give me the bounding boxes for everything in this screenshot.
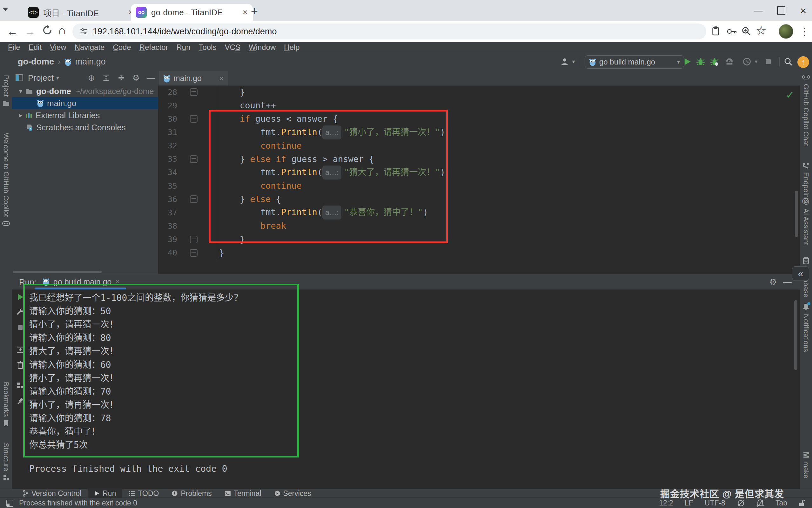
gutter[interactable]: 35 xyxy=(158,179,216,193)
fold-marker-icon[interactable] xyxy=(190,155,197,163)
notifications-muted-icon[interactable] xyxy=(757,499,764,507)
menu-item-help[interactable]: Help xyxy=(280,43,304,52)
tab-close-icon[interactable]: × xyxy=(242,7,248,17)
bookmark-star-icon[interactable]: ☆ xyxy=(756,24,767,38)
menu-item-run[interactable]: Run xyxy=(172,43,195,52)
gutter[interactable]: 30 xyxy=(158,112,216,126)
toolwindow-services[interactable]: Services xyxy=(268,489,318,498)
gutter[interactable]: 28 xyxy=(158,85,216,99)
browser-menu-icon[interactable]: ⋮ xyxy=(800,26,810,38)
close-button[interactable]: × xyxy=(800,4,806,17)
code-line-28[interactable]: 28 } xyxy=(158,85,800,99)
chevron-expanded-icon[interactable]: ▾ xyxy=(16,87,26,95)
stripe-item-make[interactable]: M make xyxy=(800,452,812,478)
menu-item-code[interactable]: Code xyxy=(108,43,135,52)
caret-position[interactable]: 12:2 xyxy=(659,499,673,507)
url-text[interactable]: 192.168.101.144/ide/web/coding/go-dome/d… xyxy=(93,27,277,37)
toolwindow-version-control[interactable]: Version Control xyxy=(16,489,88,498)
fold-marker-icon[interactable] xyxy=(190,88,197,96)
menu-item-refactor[interactable]: Refactor xyxy=(135,43,172,52)
collapse-stripe-button[interactable]: « xyxy=(792,266,809,281)
clipboard-icon[interactable] xyxy=(711,26,721,36)
browser-tab-1[interactable]: <t> 项目 - TitanIDE × xyxy=(23,4,138,21)
console-scrollbar[interactable] xyxy=(794,300,798,370)
home-icon[interactable]: ⌂ xyxy=(58,24,66,37)
forward-icon[interactable]: → xyxy=(25,26,36,38)
zoom-icon[interactable] xyxy=(741,26,751,36)
toolwindow-problems[interactable]: Problems xyxy=(165,489,218,498)
tree-row-external-libraries[interactable]: ▸ External Libraries xyxy=(12,109,158,121)
tab-search-icon[interactable] xyxy=(3,8,8,11)
locate-icon[interactable]: ⊕ xyxy=(88,73,95,83)
site-settings-icon[interactable] xyxy=(79,27,88,36)
gutter[interactable]: 39 xyxy=(158,233,216,246)
maximize-button[interactable] xyxy=(777,6,785,14)
search-everywhere-icon[interactable] xyxy=(782,56,794,67)
inspection-ok-icon[interactable]: ✓ xyxy=(786,89,794,101)
stripe-item-notifications[interactable]: Notifications xyxy=(800,303,812,352)
stripe-item-ai-assistant[interactable]: @ AI Assistant xyxy=(800,198,812,245)
gutter[interactable]: 32 xyxy=(158,139,216,153)
line-separator[interactable]: LF xyxy=(685,499,693,507)
user-icon[interactable] xyxy=(559,56,570,67)
highlighting-level-icon[interactable] xyxy=(737,499,745,507)
profile-avatar[interactable] xyxy=(779,24,793,39)
stripe-item-bookmarks[interactable]: Bookmarks xyxy=(0,382,12,427)
menu-item-edit[interactable]: Edit xyxy=(25,43,46,52)
fold-marker-icon[interactable] xyxy=(190,236,197,243)
gutter[interactable]: 29 xyxy=(158,99,216,112)
run-with-coverage-button[interactable] xyxy=(709,56,720,67)
expand-all-icon[interactable] xyxy=(102,74,110,82)
gutter[interactable]: 40 xyxy=(158,246,216,260)
stripe-item-copilot-welcome[interactable]: Welcome to GitHub Copilot xyxy=(0,133,12,227)
toolwindow-todo[interactable]: TODO xyxy=(122,489,165,498)
browser-tab-2[interactable]: GO go-dome - TitanIDE × xyxy=(131,4,253,21)
menu-item-window[interactable]: Window xyxy=(244,43,280,52)
stripe-item-project[interactable]: Project xyxy=(0,75,12,106)
indent-style[interactable]: Tab xyxy=(775,499,787,507)
toolwindow-run[interactable]: Run xyxy=(88,489,122,498)
menu-item-view[interactable]: View xyxy=(46,43,71,52)
gutter[interactable]: 37 xyxy=(158,206,216,219)
chevron-down-icon[interactable]: ▾ xyxy=(570,56,577,67)
run-button[interactable] xyxy=(681,56,693,67)
fold-marker-icon[interactable] xyxy=(190,115,197,123)
tree-row-scratches[interactable]: Scratches and Consoles xyxy=(12,121,158,133)
chevron-collapsed-icon[interactable]: ▸ xyxy=(16,111,26,120)
menu-item-tools[interactable]: Tools xyxy=(195,43,221,52)
tool-window-switcher-icon[interactable] xyxy=(6,500,13,507)
collapse-all-icon[interactable] xyxy=(117,74,126,82)
tree-root-name[interactable]: go-dome xyxy=(36,86,71,96)
menu-item-file[interactable]: File xyxy=(4,43,25,52)
profiler-button[interactable] xyxy=(724,56,735,67)
gutter[interactable]: 38 xyxy=(158,219,216,232)
gutter[interactable]: 36 xyxy=(158,193,216,206)
gutter[interactable]: 34 xyxy=(158,166,216,179)
menu-item-navigate[interactable]: Navigate xyxy=(71,43,109,52)
horizontal-scrollbar[interactable] xyxy=(13,271,102,273)
fold-marker-icon[interactable] xyxy=(190,196,197,203)
address-bar[interactable]: 192.168.101.144/ide/web/coding/go-dome/d… xyxy=(73,24,706,39)
tree-item-name[interactable]: Scratches and Consoles xyxy=(36,123,126,132)
new-tab-button[interactable]: + xyxy=(251,4,258,18)
stripe-item-copilot-chat[interactable]: GitHub Copilot Chat xyxy=(800,74,812,146)
run-with-profiler-clock-icon[interactable] xyxy=(741,56,753,67)
password-key-icon[interactable] xyxy=(727,27,737,36)
settings-gear-icon[interactable]: ⚙ xyxy=(769,277,777,287)
project-panel-title[interactable]: Project xyxy=(28,73,54,83)
stripe-item-structure[interactable]: Structure xyxy=(0,443,12,481)
editor-scrollbar[interactable] xyxy=(795,190,798,237)
settings-gear-icon[interactable]: ⚙ xyxy=(132,73,140,83)
chevron-down-icon[interactable]: ▾ xyxy=(56,74,59,81)
gutter[interactable]: 31 xyxy=(158,126,216,139)
hide-panel-icon[interactable]: — xyxy=(783,277,792,287)
tab-close-icon[interactable]: × xyxy=(219,74,224,83)
chevron-down-icon[interactable]: ▾ xyxy=(753,56,760,67)
breadcrumb-project[interactable]: go-dome xyxy=(18,57,54,67)
minimize-button[interactable]: — xyxy=(754,5,762,15)
fold-marker-icon[interactable] xyxy=(190,249,197,257)
code-line-40[interactable]: 40} xyxy=(158,246,800,260)
debug-button[interactable] xyxy=(695,56,706,67)
tree-row-main-go[interactable]: main.go xyxy=(12,97,158,109)
menu-item-vcs[interactable]: VCS xyxy=(221,43,244,52)
